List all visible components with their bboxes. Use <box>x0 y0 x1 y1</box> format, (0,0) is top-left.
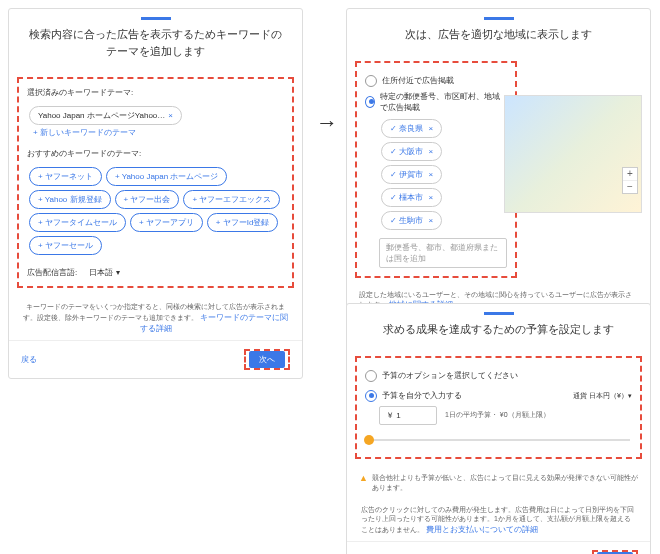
lang-label: 広告配信言語: <box>27 268 77 277</box>
radio-nearby[interactable]: 住所付近で広告掲載 <box>365 75 507 87</box>
zoom-out[interactable]: − <box>623 181 637 193</box>
rec-chip[interactable]: + ヤフーエフエックス <box>183 190 280 209</box>
region-chip[interactable]: ✓ 生駒市 × <box>381 211 442 230</box>
selected-chip[interactable]: Yahoo Japan ホームページYahoo…× <box>29 106 182 125</box>
currency-label: 通貨 <box>573 392 587 399</box>
close-icon[interactable]: × <box>428 216 433 225</box>
progress-bar <box>484 312 514 315</box>
progress-bar <box>484 17 514 20</box>
rec-chip[interactable]: + ヤフーセール <box>29 236 102 255</box>
back-button[interactable]: 戻る <box>21 354 37 365</box>
fine-link[interactable]: 費用とお支払いについての詳細 <box>426 525 538 534</box>
warning: ▲競合他社よりも予算が低いと、広告によって目に見える効果が発揮できない可能性があ… <box>347 467 650 499</box>
next-button[interactable]: 次へ <box>249 351 285 368</box>
region-chip[interactable]: ✓ 大阪市 × <box>381 142 442 161</box>
radio-icon <box>365 390 377 402</box>
budget-input[interactable]: ￥ 1 <box>379 406 437 425</box>
budget-section: 予算のオプションを選択してください 予算を自分で入力する 通貨 日本円（¥）▾ … <box>355 356 642 459</box>
rec-list: + ヤフーネット+ Yahoo Japan ホームページ+ Yahoo 新規登録… <box>27 165 284 257</box>
zoom-control[interactable]: +− <box>622 167 638 194</box>
rec-chip[interactable]: + ヤフー出会 <box>115 190 180 209</box>
radio-specific[interactable]: 特定の郵便番号、市区町村、地域で広告掲載 <box>365 91 507 113</box>
lang-select[interactable]: 日本語 ▾ <box>89 268 119 277</box>
page-title: 求める成果を達成するための予算を設定します <box>347 321 650 348</box>
map[interactable]: +− <box>504 95 642 213</box>
budget-slider[interactable] <box>367 439 630 441</box>
radio-manual[interactable]: 予算を自分で入力する <box>365 390 462 402</box>
rec-chip[interactable]: + Yahoo 新規登録 <box>29 190 111 209</box>
fine-print: 広告のクリックに対してのみ費用が発生します。広告費用は日によって日別平均を下回っ… <box>347 499 650 542</box>
progress-bar <box>141 17 171 20</box>
page-title: 次は、広告を適切な地域に表示します <box>347 26 650 53</box>
currency-select[interactable]: 日本円（¥）▾ <box>589 392 632 399</box>
arrow-right: → <box>316 110 338 136</box>
close-icon[interactable]: × <box>428 193 433 202</box>
zoom-in[interactable]: + <box>623 168 637 181</box>
radio-option[interactable]: 予算のオプションを選択してください <box>365 370 632 382</box>
budget-sub: 1日の平均予算・ ¥0（月額上限） <box>445 410 550 420</box>
warning-icon: ▲ <box>359 473 368 483</box>
region-chip[interactable]: ✓ 奈良県 × <box>381 119 442 138</box>
add-keyword-link[interactable]: + 新しいキーワードのテーマ <box>33 127 136 138</box>
region-chips: ✓ 奈良県 ×✓ 大阪市 ×✓ 伊賀市 ×✓ 橿本市 ×✓ 生駒市 × <box>365 117 507 232</box>
region-section: 住所付近で広告掲載 特定の郵便番号、市区町村、地域で広告掲載 ✓ 奈良県 ×✓ … <box>355 61 517 278</box>
radio-icon <box>365 370 377 382</box>
rec-chip[interactable]: + Yahoo Japan ホームページ <box>106 167 228 186</box>
rec-chip[interactable]: + ヤフーネット <box>29 167 102 186</box>
close-icon[interactable]: × <box>428 170 433 179</box>
rec-chip[interactable]: + ヤフーId登録 <box>207 213 279 232</box>
close-icon[interactable]: × <box>168 111 173 120</box>
rec-chip[interactable]: + ヤフーアプリ <box>130 213 203 232</box>
close-icon[interactable]: × <box>428 124 433 133</box>
keyword-section: 選択済みのキーワードテーマ: Yahoo Japan ホームページYahoo…×… <box>17 77 294 288</box>
radio-icon <box>365 75 377 87</box>
region-input[interactable]: 郵便番号、都市、都道府県または国を追加 <box>379 238 507 268</box>
region-chip[interactable]: ✓ 伊賀市 × <box>381 165 442 184</box>
rec-label: おすすめのキーワードのテーマ: <box>27 148 284 159</box>
close-icon[interactable]: × <box>428 147 433 156</box>
fine-print: キーワードのテーマをいくつか指定すると、同様の検索に対して広告が表示されます。設… <box>9 296 302 340</box>
region-chip[interactable]: ✓ 橿本市 × <box>381 188 442 207</box>
page-title: 検索内容に合った広告を表示するためキーワードのテーマを追加します <box>9 26 302 69</box>
rec-chip[interactable]: + ヤフータイムセール <box>29 213 126 232</box>
radio-icon <box>365 96 375 108</box>
selected-label: 選択済みのキーワードテーマ: <box>27 87 284 98</box>
